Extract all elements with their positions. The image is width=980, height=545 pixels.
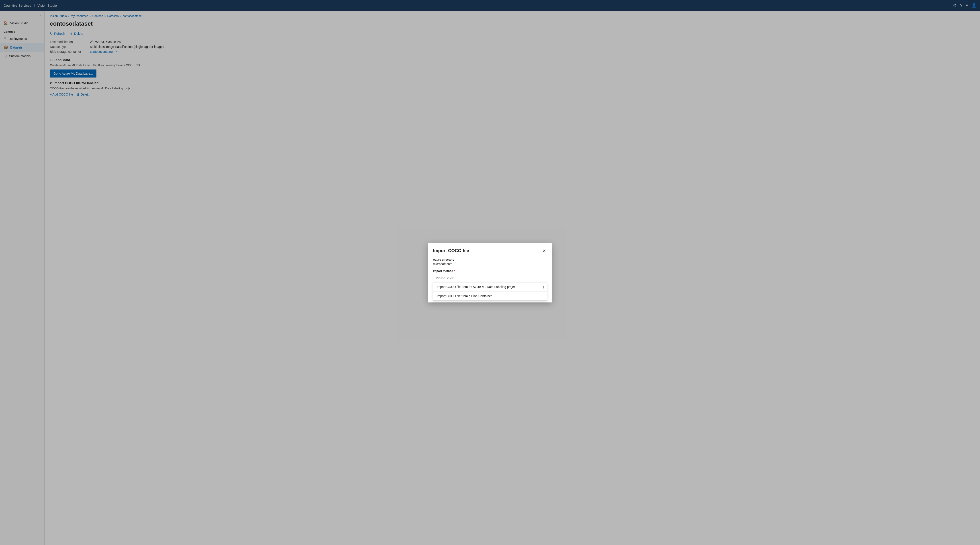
import-method-label: Import method: [433, 269, 453, 273]
dropdown-option-2[interactable]: Import COCO file from a Blob Container: [433, 291, 547, 300]
import-coco-modal: Import COCO file ✕ Azure directory micro…: [428, 243, 552, 302]
modal-title: Import COCO file: [433, 248, 469, 253]
dropdown-option-1-label: Import COCO file from an Azure ML Data L…: [437, 285, 516, 289]
modal-close-button[interactable]: ✕: [541, 247, 547, 254]
azure-directory-value: microsoft.com: [433, 262, 547, 266]
import-method-field-label: Import method *: [433, 269, 547, 273]
dropdown-option-2-label: Import COCO file from a Blob Container: [437, 294, 492, 298]
modal-overlay: Import COCO file ✕ Azure directory micro…: [0, 0, 980, 545]
required-star: *: [454, 269, 455, 273]
modal-body: Azure directory microsoft.com Import met…: [428, 258, 552, 302]
import-method-select[interactable]: Please select: [433, 274, 547, 283]
modal-header: Import COCO file ✕: [428, 243, 552, 258]
select-placeholder: Please select: [436, 276, 454, 280]
azure-directory-label: Azure directory: [433, 258, 547, 261]
dropdown-option-1[interactable]: Import COCO file from an Azure ML Data L…: [433, 283, 547, 291]
dropdown-options: Import COCO file from an Azure ML Data L…: [433, 283, 547, 301]
import-method-select-wrapper: Please select ⤵ Import COCO file from an…: [433, 274, 547, 301]
